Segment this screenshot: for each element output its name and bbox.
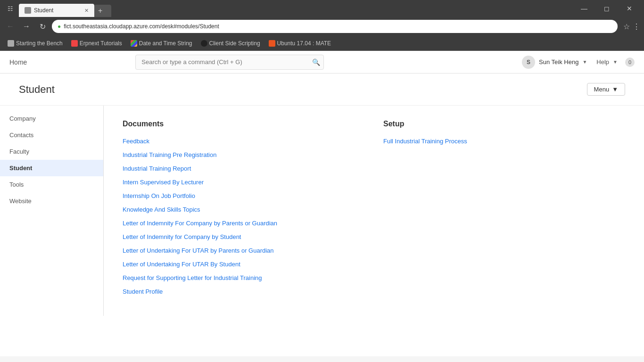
bookmark-label: Starting the Bench [16,40,63,47]
refresh-button[interactable]: ↻ [36,20,49,33]
sidebar-item-website[interactable]: Website [0,193,103,209]
page-header: Student Menu ▼ [0,74,644,106]
tab-list-button[interactable]: ☷ [4,2,17,15]
doc-link-request-for-supporting-letter-[interactable]: Request for Supporting Letter for Indust… [123,274,364,281]
bookmarks-bar: Starting the Bench Erpnext Tutorials Dat… [0,36,644,51]
doc-link-letter-of-indemnity-for-compan[interactable]: Letter of Indemnity for Company by Stude… [123,233,364,240]
sidebar: CompanyContactsFacultyStudentToolsWebsit… [0,106,104,316]
maximize-button[interactable]: ◻ [596,0,618,17]
bookmark-star-icon[interactable]: ☆ [623,22,630,31]
home-link[interactable]: Home [9,58,27,66]
setup-links: Full Industrial Training Process [383,138,625,145]
doc-link-feedback[interactable]: Feedback [123,138,364,145]
address-bar[interactable]: ● fict.southeastasia.cloudapp.azure.com/… [52,20,618,33]
search-input[interactable] [135,55,324,70]
bookmark-favicon [8,40,14,47]
bookmark-favicon [201,40,207,47]
doc-link-intern-supervised-by-lecturer[interactable]: Intern Supervised By Lecturer [123,179,364,186]
help-link[interactable]: Help [596,58,609,66]
tab-close-button[interactable]: ✕ [84,8,89,14]
forward-button[interactable]: → [20,20,33,33]
help-caret-icon: ▼ [613,59,618,65]
back-button[interactable]: ← [4,20,17,33]
setup-section-title: Setup [383,120,625,128]
user-menu: S Sun Teik Heng ▼ Help ▼ 0 [522,56,635,69]
tab-favicon [25,7,31,14]
sidebar-item-company[interactable]: Company [0,110,103,127]
menu-button[interactable]: Menu ▼ [587,83,625,96]
ssl-lock-icon: ● [58,23,61,30]
user-name[interactable]: Sun Teik Heng [539,58,578,66]
window-controls: — ◻ ✕ [573,0,640,17]
doc-link-letter-of-undertaking-for-utar[interactable]: Letter of Undertaking For UTAR by Parent… [123,247,364,254]
content-area: CompanyContactsFacultyStudentToolsWebsit… [0,106,644,316]
doc-link-industrial-training-pre-regist[interactable]: Industrial Training Pre Registration [123,151,364,158]
notification-badge[interactable]: 0 [625,58,635,67]
search-icon: 🔍 [312,58,320,66]
browser-titlebar: ☷ Student ✕ + — ◻ ✕ [0,0,644,17]
bookmark-clientscript[interactable]: Client Side Scripting [197,38,264,49]
sidebar-item-tools[interactable]: Tools [0,176,103,193]
setup-section: Setup Full Industrial Training Process [383,120,625,302]
page-container: Student Menu ▼ CompanyContactsFacultyStu… [0,74,644,356]
minimize-button[interactable]: — [573,0,595,17]
doc-link-knowledge-and-skills-topics[interactable]: Knowledge And Skills Topics [123,206,364,213]
sidebar-item-student[interactable]: Student [0,160,103,176]
documents-section: Documents FeedbackIndustrial Training Pr… [123,120,364,302]
active-tab[interactable]: Student ✕ [19,4,94,17]
url-text: fict.southeastasia.cloudapp.azure.com/de… [64,23,612,30]
bookmark-label: Erpnext Tutorials [80,40,122,47]
documents-links: FeedbackIndustrial Training Pre Registra… [123,138,364,295]
section-grid: Documents FeedbackIndustrial Training Pr… [123,120,625,302]
menu-button-label: Menu [594,86,610,93]
bookmark-favicon [71,40,78,47]
close-button[interactable]: ✕ [619,0,640,17]
bookmark-datetime[interactable]: Date and Time String [127,38,196,49]
bookmark-starting-bench[interactable]: Starting the Bench [4,38,66,49]
new-tab-button[interactable]: + [94,5,111,17]
menu-caret-icon: ▼ [612,86,618,93]
bookmark-favicon [269,40,275,47]
setup-link-full-industrial-training-proce[interactable]: Full Industrial Training Process [383,138,625,145]
app-header: Home 🔍 S Sun Teik Heng ▼ Help ▼ 0 [0,51,644,74]
sidebar-item-faculty[interactable]: Faculty [0,143,103,160]
bookmark-favicon [131,40,137,47]
user-menu-caret-icon: ▼ [582,59,587,65]
browser-addressbar: ← → ↻ ● fict.southeastasia.cloudapp.azur… [0,17,644,36]
bookmark-label: Ubuntu 17.04 : MATE [277,40,331,47]
documents-section-title: Documents [123,120,364,128]
main-content: Documents FeedbackIndustrial Training Pr… [104,106,644,316]
doc-link-internship-on-job-portfolio[interactable]: Internship On Job Portfolio [123,192,364,199]
doc-link-industrial-training-report[interactable]: Industrial Training Report [123,165,364,172]
bookmark-ubuntu[interactable]: Ubuntu 17.04 : MATE [265,38,335,49]
doc-link-letter-of-undertaking-for-utar[interactable]: Letter of Undertaking For UTAR By Studen… [123,261,364,268]
doc-link-letter-of-indemnity-for-compan[interactable]: Letter of Indemnity For Company by Paren… [123,220,364,227]
page-title: Student [19,83,55,96]
search-container: 🔍 [135,55,324,70]
browser-chrome: ☷ Student ✕ + — ◻ ✕ ← → ↻ ● fict.southea… [0,0,644,51]
tab-strip: Student ✕ + [19,0,571,17]
bookmark-erpnext[interactable]: Erpnext Tutorials [67,38,126,49]
bookmark-label: Date and Time String [139,40,192,47]
tab-title: Student [34,7,53,14]
doc-link-student-profile[interactable]: Student Profile [123,288,364,295]
bookmark-label: Client Side Scripting [209,40,260,47]
browser-menu-icon[interactable]: ⋮ [633,22,640,31]
sidebar-item-contacts[interactable]: Contacts [0,127,103,143]
user-avatar: S [522,56,535,69]
